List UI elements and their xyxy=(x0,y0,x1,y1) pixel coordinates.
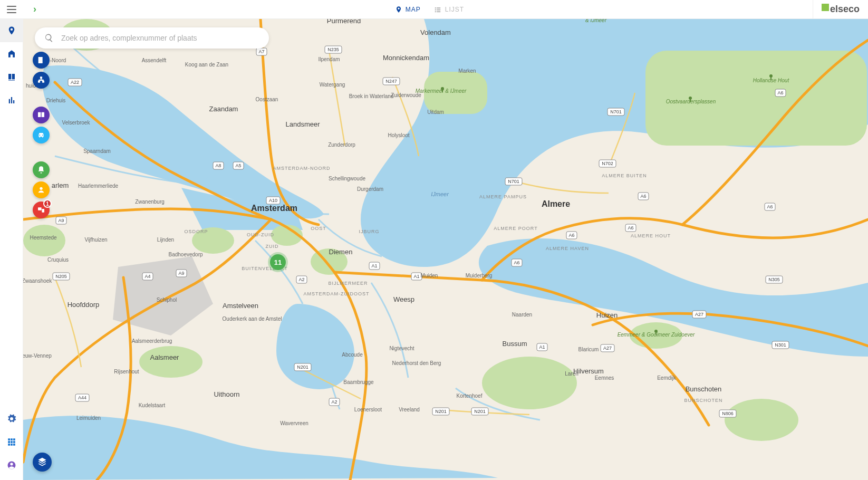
chevron-right-icon: › xyxy=(33,4,36,15)
svg-rect-186 xyxy=(41,77,42,79)
map-filter-stack: 1 xyxy=(33,52,50,218)
svg-text:A8: A8 xyxy=(215,163,221,168)
sidebar-item-account[interactable] xyxy=(0,454,23,477)
svg-text:N201: N201 xyxy=(297,364,308,370)
svg-text:Oostzaan: Oostzaan xyxy=(256,97,278,102)
map-cluster-marker[interactable]: 11 xyxy=(270,254,286,270)
book-open-icon xyxy=(37,111,45,119)
svg-text:euw-Vennep: euw-Vennep xyxy=(23,353,52,359)
svg-text:Leimuiden: Leimuiden xyxy=(76,415,101,421)
svg-point-21 xyxy=(482,357,577,409)
svg-rect-1 xyxy=(11,438,13,440)
sidebar-item-apps[interactable] xyxy=(0,430,23,454)
sidebar-item-settings[interactable] xyxy=(0,407,23,430)
svg-rect-188 xyxy=(43,81,44,82)
svg-text:Kortenhoef: Kortenhoef xyxy=(457,393,483,399)
svg-rect-183 xyxy=(770,77,771,80)
view-list-label: LIJST xyxy=(445,6,464,13)
svg-text:Eemdijk: Eemdijk xyxy=(657,375,677,381)
svg-text:N201: N201 xyxy=(474,409,486,414)
svg-text:Heemstede: Heemstede xyxy=(30,235,57,241)
svg-text:Vijfhuizen: Vijfhuizen xyxy=(84,237,107,243)
search-input[interactable] xyxy=(61,34,259,42)
svg-text:Assendelft: Assendelft xyxy=(142,57,167,63)
devices-icon xyxy=(37,206,45,214)
map-viewport[interactable]: A7N235A22N247A8A5N701A6N702N701A6A6A6A6A… xyxy=(23,19,868,480)
svg-point-10 xyxy=(10,463,13,465)
svg-text:Weesp: Weesp xyxy=(393,295,414,303)
sidebar-item-reports[interactable] xyxy=(0,89,23,112)
menu-button[interactable] xyxy=(0,0,23,19)
svg-rect-3 xyxy=(8,441,10,443)
svg-rect-4 xyxy=(11,441,13,443)
chart-nav-icon xyxy=(7,95,16,105)
filter-people-button[interactable] xyxy=(33,181,50,198)
svg-text:Zwanenburg: Zwanenburg xyxy=(135,199,165,205)
search-box xyxy=(35,27,269,49)
map-layers-button[interactable] xyxy=(33,453,52,472)
svg-text:Huizen: Huizen xyxy=(596,311,618,319)
apps-grid-icon xyxy=(7,437,16,447)
svg-text:A1: A1 xyxy=(371,263,377,268)
search-icon xyxy=(44,33,54,43)
svg-text:A6: A6 xyxy=(514,260,519,265)
svg-text:Kudelstaart: Kudelstaart xyxy=(139,402,166,408)
sidebar-item-locations[interactable] xyxy=(0,19,23,42)
svg-text:Zwaanshoek: Zwaanshoek xyxy=(23,278,52,284)
svg-text:A4: A4 xyxy=(144,274,150,279)
building-nav-icon xyxy=(7,49,16,59)
logo-area: elseco xyxy=(813,0,868,18)
logo-mark-icon xyxy=(822,4,829,11)
svg-text:Zaandam: Zaandam xyxy=(209,105,238,113)
sidebar-item-buildings[interactable] xyxy=(0,42,23,65)
filter-vehicles-button[interactable] xyxy=(33,127,50,143)
filter-buildings-button[interactable] xyxy=(33,52,50,69)
svg-text:Uithoorn: Uithoorn xyxy=(214,390,239,398)
org-chart-icon xyxy=(37,76,45,84)
svg-text:A9: A9 xyxy=(178,271,184,276)
svg-text:Abcoude: Abcoude xyxy=(342,352,363,358)
pin-solid-icon xyxy=(7,26,16,35)
svg-text:Purmerend: Purmerend xyxy=(327,19,361,25)
svg-text:Bunschoten: Bunschoten xyxy=(686,385,722,393)
svg-text:-Noord: -Noord xyxy=(50,57,66,63)
svg-text:IJBURG: IJBURG xyxy=(359,229,379,234)
filter-organisation-button[interactable] xyxy=(33,72,50,89)
svg-text:Ouderkerk aan de Amstel: Ouderkerk aan de Amstel xyxy=(223,316,282,322)
filter-reading-button[interactable] xyxy=(33,107,50,123)
view-map-tab[interactable]: MAP xyxy=(395,5,421,14)
svg-rect-187 xyxy=(38,81,40,82)
svg-text:& IJmeer: & IJmeer xyxy=(585,19,607,23)
svg-text:Muiden: Muiden xyxy=(421,273,438,279)
svg-text:Aalsmeer: Aalsmeer xyxy=(150,353,180,361)
svg-text:Naarden: Naarden xyxy=(512,312,532,318)
svg-text:ALMERE BUITEN: ALMERE BUITEN xyxy=(602,173,647,178)
svg-rect-7 xyxy=(11,444,13,446)
svg-text:N701: N701 xyxy=(508,179,519,184)
view-list-tab[interactable]: LIJST xyxy=(433,6,464,13)
svg-text:A10: A10 xyxy=(269,198,277,203)
view-map-label: MAP xyxy=(406,6,421,13)
svg-text:Nigtevecht: Nigtevecht xyxy=(389,345,414,351)
svg-text:Badhoevedorp: Badhoevedorp xyxy=(168,252,202,257)
svg-text:OUD-ZUID: OUD-ZUID xyxy=(247,232,274,237)
svg-rect-2 xyxy=(13,438,15,440)
svg-rect-181 xyxy=(690,99,691,102)
svg-text:Spaarndam: Spaarndam xyxy=(83,148,111,154)
filter-devices-button[interactable]: 1 xyxy=(33,201,50,218)
building-icon xyxy=(37,56,45,64)
svg-text:Lijnden: Lijnden xyxy=(157,237,174,243)
car-icon xyxy=(37,131,45,139)
svg-rect-179 xyxy=(442,90,443,92)
sidebar-item-library[interactable] xyxy=(0,65,23,89)
svg-point-19 xyxy=(23,225,65,256)
filter-alerts-button[interactable] xyxy=(33,161,50,178)
svg-text:ALMERE HAVEN: ALMERE HAVEN xyxy=(546,246,589,251)
expand-sidebar-button[interactable]: › xyxy=(23,4,46,15)
devices-badge: 1 xyxy=(43,199,52,208)
svg-text:BIJLMERMEER: BIJLMERMEER xyxy=(328,281,368,286)
svg-text:A27: A27 xyxy=(603,345,612,351)
svg-text:A6: A6 xyxy=(767,204,773,209)
svg-text:N806: N806 xyxy=(722,411,734,416)
svg-text:Zunderdorp: Zunderdorp xyxy=(328,142,355,148)
